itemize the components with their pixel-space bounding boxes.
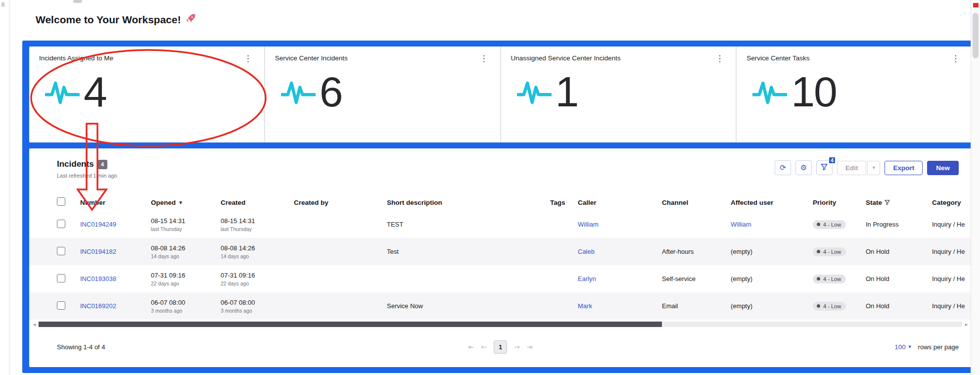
cell-created: 08-08 14:2614 days ago xyxy=(221,244,294,259)
kebab-menu-icon[interactable]: ⋮ xyxy=(478,54,490,63)
horizontal-scrollbar-thumb[interactable] xyxy=(39,322,662,327)
vertical-scrollbar-thumb[interactable] xyxy=(973,13,979,58)
kebab-menu-icon[interactable]: ⋮ xyxy=(949,54,962,63)
cell-category: Inquiry / He xyxy=(932,248,972,255)
first-page-icon[interactable]: ⇤ xyxy=(468,343,474,351)
priority-dot xyxy=(817,250,820,253)
column-header-opened[interactable]: Opened▼ xyxy=(151,199,221,206)
workspace-dashboard-frame: Incidents Assigned to Me ⋮ 4 Service Cen… xyxy=(22,41,979,373)
card-incidents-assigned-to-me[interactable]: Incidents Assigned to Me ⋮ 4 xyxy=(29,47,265,142)
incidents-list-panel: Incidents 4 Last refreshed 1 min ago ⟳ ⚙… xyxy=(29,148,972,367)
cell-opened: 08-08 14:2614 days ago xyxy=(151,244,221,259)
cell-category: Inquiry / He xyxy=(932,221,972,228)
cell-category: Inquiry / He xyxy=(932,302,972,310)
table-row[interactable]: INC0193038 07-31 09:1622 days ago 07-31 … xyxy=(29,265,972,292)
filter-button[interactable]: 4 xyxy=(816,160,833,175)
pulse-icon xyxy=(752,78,787,106)
column-filter-icon xyxy=(885,199,890,206)
caller-link[interactable]: William xyxy=(578,221,599,228)
pulse-icon xyxy=(281,78,316,106)
card-service-center-tasks[interactable]: Service Center Tasks ⋮ 10 xyxy=(737,47,972,142)
caller-link[interactable]: Caleb xyxy=(578,248,595,255)
card-unassigned-service-center-incidents[interactable]: Unassigned Service Center Incidents ⋮ 1 xyxy=(501,47,737,142)
red-annotation-mark xyxy=(973,3,979,7)
priority-dot xyxy=(817,223,820,226)
refresh-icon: ⟳ xyxy=(780,163,786,172)
horizontal-scrollbar: ◂ ▸ xyxy=(29,320,972,328)
rows-per-page-label: rows per page xyxy=(918,343,959,351)
cell-category: Inquiry / He xyxy=(932,275,972,282)
edit-dropdown-button[interactable]: ▼ xyxy=(867,161,880,175)
cell-state: On Hold xyxy=(866,275,932,282)
last-refreshed-text: Last refreshed 1 min ago xyxy=(57,173,117,179)
cell-state: On Hold xyxy=(866,302,932,310)
column-header-priority[interactable]: Priority xyxy=(813,199,866,206)
sort-desc-icon: ▼ xyxy=(178,200,183,205)
column-header-short-description[interactable]: Short description xyxy=(387,199,550,206)
caller-link[interactable]: Earlyn xyxy=(578,275,596,282)
priority-badge: 4 - Low xyxy=(813,302,846,311)
table-row[interactable]: INC0194249 08-15 14:31last Thursday 08-1… xyxy=(29,211,972,238)
cell-created: 07-31 09:1622 days ago xyxy=(221,272,294,286)
column-header-tags[interactable]: Tags xyxy=(550,199,578,206)
last-page-icon[interactable]: ⇥ xyxy=(527,343,533,351)
horizontal-scrollbar-track[interactable] xyxy=(39,322,962,327)
refresh-button[interactable]: ⟳ xyxy=(775,160,791,175)
row-checkbox[interactable] xyxy=(57,301,65,310)
card-service-center-incidents[interactable]: Service Center Incidents ⋮ 6 xyxy=(265,47,501,142)
card-title: Unassigned Service Center Incidents xyxy=(511,54,621,62)
table-row[interactable]: INC0194182 08-08 14:2614 days ago 08-08 … xyxy=(29,238,972,265)
metric-value: 1 xyxy=(556,72,578,112)
column-header-caller[interactable]: Caller xyxy=(578,199,662,206)
row-checkbox[interactable] xyxy=(57,274,65,282)
priority-badge: 4 - Low xyxy=(813,220,846,229)
cell-created: 06-07 08:003 months ago xyxy=(221,299,294,314)
scroll-left-icon[interactable]: ◂ xyxy=(33,322,36,327)
column-header-channel[interactable]: Channel xyxy=(662,199,731,206)
kebab-menu-icon[interactable]: ⋮ xyxy=(242,54,254,63)
incident-number-link[interactable]: INC0194249 xyxy=(80,221,116,228)
column-header-category[interactable]: Category xyxy=(932,199,972,206)
card-title: Service Center Tasks xyxy=(747,54,809,62)
metric-value: 6 xyxy=(320,72,342,112)
caller-link[interactable]: Mark xyxy=(578,302,592,310)
affected-user-link[interactable]: William xyxy=(731,221,751,228)
table-header-row: Number Opened▼ Created Created by Short … xyxy=(29,194,972,211)
current-page-button[interactable]: 1 xyxy=(494,340,507,354)
pulse-icon xyxy=(517,78,552,106)
metric-value: 4 xyxy=(84,72,106,112)
table-row[interactable]: INC0169202 06-07 08:003 months ago 06-07… xyxy=(29,292,972,320)
kebab-menu-icon[interactable]: ⋮ xyxy=(713,54,726,63)
row-checkbox[interactable] xyxy=(57,220,65,228)
column-header-number[interactable]: Number xyxy=(80,199,151,206)
edit-button[interactable]: Edit xyxy=(837,161,867,175)
next-page-icon[interactable]: → xyxy=(514,343,520,351)
browser-tab-fragment xyxy=(73,0,82,3)
metric-cards-row: Incidents Assigned to Me ⋮ 4 Service Cen… xyxy=(29,47,972,142)
pulse-icon xyxy=(45,78,80,106)
incident-number-link[interactable]: INC0193038 xyxy=(80,275,116,282)
settings-button[interactable]: ⚙ xyxy=(795,160,812,175)
column-header-affected-user[interactable]: Affected user xyxy=(731,199,813,206)
column-header-created-by[interactable]: Created by xyxy=(294,199,387,206)
list-header: Incidents 4 Last refreshed 1 min ago ⟳ ⚙… xyxy=(29,148,972,194)
incident-number-link[interactable]: INC0194182 xyxy=(80,248,116,255)
list-footer: Showing 1-4 of 4 ⇤ ← 1 → ⇥ 100▼ rows per… xyxy=(29,328,972,367)
vertical-scrollbar[interactable] xyxy=(971,0,980,375)
export-button[interactable]: Export xyxy=(885,161,923,175)
new-button[interactable]: New xyxy=(927,161,959,175)
scroll-right-icon[interactable]: ▸ xyxy=(965,322,968,327)
rows-per-page-dropdown[interactable]: 100▼ xyxy=(894,343,912,351)
select-all-checkbox[interactable] xyxy=(57,197,65,206)
column-header-created[interactable]: Created xyxy=(221,199,294,206)
row-checkbox[interactable] xyxy=(57,247,65,255)
priority-dot xyxy=(817,304,820,308)
page-title: Welcome to Your Workspace! xyxy=(36,13,196,26)
welcome-text: Welcome to Your Workspace! xyxy=(36,14,181,26)
edit-split-button: Edit ▼ xyxy=(837,161,881,175)
column-header-state[interactable]: State xyxy=(866,199,932,206)
card-title: Service Center Incidents xyxy=(275,54,348,62)
previous-page-icon[interactable]: ← xyxy=(481,343,487,351)
cell-channel: Email xyxy=(662,302,731,310)
incident-number-link[interactable]: INC0169202 xyxy=(80,302,116,310)
